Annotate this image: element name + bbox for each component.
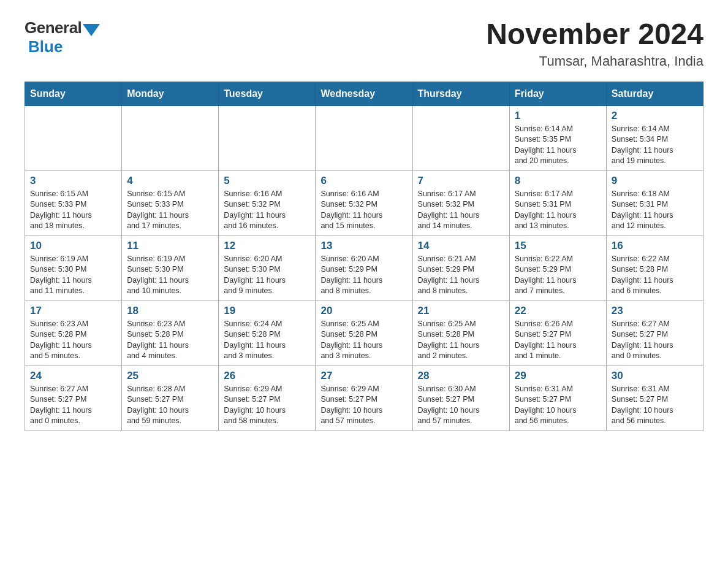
day-info: Sunrise: 6:27 AMSunset: 5:27 PMDaylight:… <box>612 319 698 362</box>
logo-arrow-icon <box>83 24 100 36</box>
logo-blue-text: Blue <box>28 37 63 56</box>
day-number: 24 <box>30 370 116 382</box>
calendar-day-cell <box>219 105 316 170</box>
day-info: Sunrise: 6:22 AMSunset: 5:29 PMDaylight:… <box>515 254 601 297</box>
day-number: 15 <box>515 240 601 252</box>
day-info: Sunrise: 6:16 AMSunset: 5:32 PMDaylight:… <box>320 189 407 232</box>
calendar-day-cell: 7Sunrise: 6:17 AMSunset: 5:32 PMDaylight… <box>412 170 509 236</box>
day-number: 22 <box>515 305 601 317</box>
calendar-week-row: 3Sunrise: 6:15 AMSunset: 5:33 PMDaylight… <box>25 170 703 236</box>
calendar-day-cell: 22Sunrise: 6:26 AMSunset: 5:27 PMDayligh… <box>509 301 606 366</box>
day-info: Sunrise: 6:19 AMSunset: 5:30 PMDaylight:… <box>127 254 213 297</box>
calendar-week-row: 1Sunrise: 6:14 AMSunset: 5:35 PMDaylight… <box>25 105 703 170</box>
logo: General Blue <box>25 18 100 56</box>
calendar-week-row: 10Sunrise: 6:19 AMSunset: 5:30 PMDayligh… <box>25 236 703 301</box>
day-info: Sunrise: 6:26 AMSunset: 5:27 PMDaylight:… <box>515 319 601 362</box>
calendar-day-cell: 10Sunrise: 6:19 AMSunset: 5:30 PMDayligh… <box>25 236 122 301</box>
calendar-day-cell: 21Sunrise: 6:25 AMSunset: 5:28 PMDayligh… <box>412 301 509 366</box>
day-number: 4 <box>127 175 213 187</box>
day-number: 16 <box>612 240 698 252</box>
day-number: 20 <box>320 305 407 317</box>
calendar-week-row: 17Sunrise: 6:23 AMSunset: 5:28 PMDayligh… <box>25 301 703 366</box>
day-info: Sunrise: 6:19 AMSunset: 5:30 PMDaylight:… <box>30 254 116 297</box>
day-number: 26 <box>224 370 310 382</box>
day-info: Sunrise: 6:17 AMSunset: 5:32 PMDaylight:… <box>418 189 504 232</box>
calendar-day-cell: 29Sunrise: 6:31 AMSunset: 5:27 PMDayligh… <box>509 366 606 431</box>
day-info: Sunrise: 6:22 AMSunset: 5:28 PMDaylight:… <box>612 254 698 297</box>
day-number: 5 <box>224 175 310 187</box>
day-info: Sunrise: 6:17 AMSunset: 5:31 PMDaylight:… <box>515 189 601 232</box>
day-number: 30 <box>612 370 698 382</box>
day-number: 6 <box>320 175 407 187</box>
calendar-table: SundayMondayTuesdayWednesdayThursdayFrid… <box>25 82 703 431</box>
day-number: 18 <box>127 305 213 317</box>
logo-general-text: General <box>25 18 82 37</box>
calendar-day-cell: 12Sunrise: 6:20 AMSunset: 5:30 PMDayligh… <box>219 236 316 301</box>
calendar-day-cell <box>412 105 509 170</box>
calendar-header-row: SundayMondayTuesdayWednesdayThursdayFrid… <box>25 82 703 105</box>
calendar-day-cell: 1Sunrise: 6:14 AMSunset: 5:35 PMDaylight… <box>509 105 606 170</box>
calendar-day-cell: 6Sunrise: 6:16 AMSunset: 5:32 PMDaylight… <box>316 170 412 236</box>
day-info: Sunrise: 6:21 AMSunset: 5:29 PMDaylight:… <box>418 254 504 297</box>
page-header: General Blue November 2024 Tumsar, Mahar… <box>25 18 703 69</box>
calendar-day-cell: 11Sunrise: 6:19 AMSunset: 5:30 PMDayligh… <box>122 236 219 301</box>
calendar-day-cell <box>316 105 412 170</box>
day-number: 7 <box>418 175 504 187</box>
day-info: Sunrise: 6:16 AMSunset: 5:32 PMDaylight:… <box>224 189 310 232</box>
calendar-day-cell: 28Sunrise: 6:30 AMSunset: 5:27 PMDayligh… <box>412 366 509 431</box>
day-number: 27 <box>320 370 407 382</box>
day-info: Sunrise: 6:20 AMSunset: 5:29 PMDaylight:… <box>320 254 407 297</box>
day-info: Sunrise: 6:23 AMSunset: 5:28 PMDaylight:… <box>30 319 116 362</box>
day-info: Sunrise: 6:31 AMSunset: 5:27 PMDaylight:… <box>515 384 601 427</box>
calendar-day-cell: 24Sunrise: 6:27 AMSunset: 5:27 PMDayligh… <box>25 366 122 431</box>
day-number: 3 <box>30 175 116 187</box>
calendar-day-cell: 17Sunrise: 6:23 AMSunset: 5:28 PMDayligh… <box>25 301 122 366</box>
day-number: 1 <box>515 110 601 122</box>
calendar-day-header: Monday <box>122 82 219 105</box>
day-info: Sunrise: 6:24 AMSunset: 5:28 PMDaylight:… <box>224 319 310 362</box>
day-number: 29 <box>515 370 601 382</box>
calendar-day-cell: 5Sunrise: 6:16 AMSunset: 5:32 PMDaylight… <box>219 170 316 236</box>
day-info: Sunrise: 6:29 AMSunset: 5:27 PMDaylight:… <box>320 384 407 427</box>
calendar-day-cell: 19Sunrise: 6:24 AMSunset: 5:28 PMDayligh… <box>219 301 316 366</box>
day-number: 10 <box>30 240 116 252</box>
calendar-day-cell <box>122 105 219 170</box>
calendar-day-cell: 2Sunrise: 6:14 AMSunset: 5:34 PMDaylight… <box>606 105 703 170</box>
day-info: Sunrise: 6:20 AMSunset: 5:30 PMDaylight:… <box>224 254 310 297</box>
calendar-day-header: Friday <box>509 82 606 105</box>
day-info: Sunrise: 6:18 AMSunset: 5:31 PMDaylight:… <box>612 189 698 232</box>
calendar-day-cell: 13Sunrise: 6:20 AMSunset: 5:29 PMDayligh… <box>316 236 412 301</box>
day-info: Sunrise: 6:14 AMSunset: 5:35 PMDaylight:… <box>515 124 601 167</box>
day-number: 28 <box>418 370 504 382</box>
day-number: 19 <box>224 305 310 317</box>
calendar-day-cell: 23Sunrise: 6:27 AMSunset: 5:27 PMDayligh… <box>606 301 703 366</box>
header-title-block: November 2024 Tumsar, Maharashtra, India <box>486 18 703 69</box>
day-number: 9 <box>612 175 698 187</box>
day-number: 23 <box>612 305 698 317</box>
calendar-day-cell: 20Sunrise: 6:25 AMSunset: 5:28 PMDayligh… <box>316 301 412 366</box>
calendar-day-cell: 16Sunrise: 6:22 AMSunset: 5:28 PMDayligh… <box>606 236 703 301</box>
calendar-day-cell: 26Sunrise: 6:29 AMSunset: 5:27 PMDayligh… <box>219 366 316 431</box>
day-info: Sunrise: 6:25 AMSunset: 5:28 PMDaylight:… <box>418 319 504 362</box>
calendar-day-cell <box>25 105 122 170</box>
day-number: 12 <box>224 240 310 252</box>
calendar-day-cell: 3Sunrise: 6:15 AMSunset: 5:33 PMDaylight… <box>25 170 122 236</box>
calendar-day-header: Wednesday <box>316 82 412 105</box>
calendar-day-cell: 27Sunrise: 6:29 AMSunset: 5:27 PMDayligh… <box>316 366 412 431</box>
day-number: 2 <box>612 110 698 122</box>
day-info: Sunrise: 6:28 AMSunset: 5:27 PMDaylight:… <box>127 384 213 427</box>
calendar-day-cell: 30Sunrise: 6:31 AMSunset: 5:27 PMDayligh… <box>606 366 703 431</box>
day-number: 17 <box>30 305 116 317</box>
calendar-day-header: Sunday <box>25 82 122 105</box>
location-subtitle: Tumsar, Maharashtra, India <box>486 53 703 69</box>
day-info: Sunrise: 6:29 AMSunset: 5:27 PMDaylight:… <box>224 384 310 427</box>
day-info: Sunrise: 6:27 AMSunset: 5:27 PMDaylight:… <box>30 384 116 427</box>
day-number: 21 <box>418 305 504 317</box>
calendar-day-cell: 9Sunrise: 6:18 AMSunset: 5:31 PMDaylight… <box>606 170 703 236</box>
calendar-day-cell: 15Sunrise: 6:22 AMSunset: 5:29 PMDayligh… <box>509 236 606 301</box>
calendar-day-cell: 8Sunrise: 6:17 AMSunset: 5:31 PMDaylight… <box>509 170 606 236</box>
day-number: 13 <box>320 240 407 252</box>
day-info: Sunrise: 6:15 AMSunset: 5:33 PMDaylight:… <box>127 189 213 232</box>
calendar-day-header: Thursday <box>412 82 509 105</box>
day-info: Sunrise: 6:15 AMSunset: 5:33 PMDaylight:… <box>30 189 116 232</box>
